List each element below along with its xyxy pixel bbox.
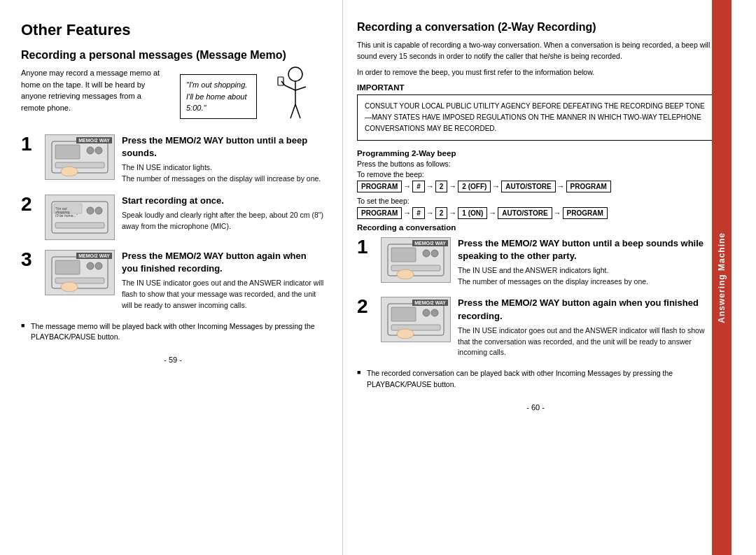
svg-rect-12	[55, 162, 104, 168]
svg-point-10	[87, 147, 94, 154]
conv-step-2-heading: Press the MEMO/2 WAY button again when y…	[458, 297, 714, 322]
side-tab-label: Answering Machine	[717, 232, 727, 323]
svg-rect-32	[391, 265, 440, 271]
rb-box-3: 2	[435, 181, 448, 192]
programming-heading: Programming 2-Way beep	[357, 149, 714, 157]
top-area: Anyone may record a message memo at home…	[21, 67, 325, 123]
conv-step-1-content: Press the MEMO/2 WAY button until a beep…	[458, 237, 714, 288]
remove-beep-sequence: PROGRAM → # → 2 → 2 (OFF) → AUTO/STORE →…	[357, 181, 714, 192]
step-2: 2 "I'm out shopping. I'll be home..." St…	[21, 195, 325, 240]
to-remove-beep: To remove the beep:	[357, 170, 714, 178]
step-2-text: Speak loudly and clearly right after the…	[122, 210, 325, 232]
right-note: The recorded conversation can be played …	[357, 368, 714, 391]
svg-line-6	[295, 104, 300, 118]
conv-step-1-heading: Press the MEMO/2 WAY button until a beep…	[458, 237, 714, 262]
rb-box-4: 2 (OFF)	[458, 181, 491, 192]
svg-point-37	[431, 309, 438, 316]
conv-step-2: 2 MEMO/2 WAY Press the MEMO/2 WAY button…	[357, 297, 714, 358]
svg-point-24	[87, 262, 94, 269]
step-1: 1 MEMO/2 WAY Press the MEMO/2 WAY button…	[21, 134, 325, 185]
conv-step-1: 1 MEMO/2 WAY Press the MEMO/2 WAY button…	[357, 237, 714, 288]
section-intro: Anyone may record a message memo at home…	[21, 67, 161, 115]
svg-rect-29	[391, 248, 416, 262]
step-3-heading: Press the MEMO/2 WAY button again when y…	[122, 250, 325, 275]
conv-step-2-text: The IN USE indicator goes out and the AN…	[458, 325, 714, 358]
svg-point-31	[431, 250, 438, 257]
sb-box-4: 1 (ON)	[458, 207, 487, 219]
side-tab: Answering Machine	[712, 0, 732, 555]
svg-point-30	[423, 250, 430, 257]
sb-box-2: #	[412, 207, 425, 219]
sb-box-5: AUTO/STORE	[498, 207, 552, 219]
svg-rect-38	[391, 325, 440, 330]
svg-rect-35	[391, 307, 416, 321]
recording-conv-heading: Recording a conversation	[357, 223, 714, 232]
svg-point-19	[87, 207, 94, 214]
step-2-heading: Start recording at once.	[122, 195, 325, 207]
svg-point-20	[95, 207, 102, 214]
important-label: IMPORTANT	[357, 83, 714, 92]
important-box: CONSULT YOUR LOCAL PUBLIC UTILITY AGENCY…	[357, 94, 714, 141]
step-1-content: Press the MEMO/2 WAY button until a beep…	[122, 134, 325, 185]
sb-box-1: PROGRAM	[357, 207, 402, 219]
svg-line-4	[295, 87, 306, 90]
conv-step-2-image: MEMO/2 WAY	[381, 297, 451, 342]
step-1-text: The IN USE indicator lights. The number …	[122, 162, 325, 185]
svg-point-39	[397, 329, 414, 339]
svg-point-13	[61, 167, 78, 176]
left-page: Other Features Recording a personal mess…	[0, 0, 343, 555]
conv-memo-label-2: MEMO/2 WAY	[412, 300, 448, 306]
svg-rect-23	[55, 260, 80, 274]
right-page-number: - 60 -	[357, 403, 714, 412]
memo-label-1: MEMO/2 WAY	[76, 137, 112, 143]
svg-text:I'll be home...": I'll be home..."	[55, 213, 78, 218]
step-1-image: MEMO/2 WAY	[45, 134, 115, 180]
svg-point-33	[397, 269, 414, 279]
step-3-image: MEMO/2 WAY	[45, 250, 115, 295]
set-beep-sequence: PROGRAM → # → 2 → 1 (ON) → AUTO/STORE → …	[357, 207, 714, 219]
right-page: Recording a conversation (2-Way Recordin…	[343, 0, 732, 555]
svg-line-2	[285, 85, 295, 90]
conv-step-1-text: The IN USE and the ANSWER indicators lig…	[458, 265, 714, 288]
step-2-number: 2	[21, 195, 38, 214]
svg-rect-21	[55, 223, 104, 228]
svg-point-36	[423, 309, 430, 316]
svg-rect-26	[55, 278, 104, 283]
conv-memo-label-1: MEMO/2 WAY	[412, 240, 448, 246]
step-3-number: 3	[21, 250, 38, 269]
person-illustration	[257, 67, 313, 123]
sb-box-6: PROGRAM	[563, 207, 608, 219]
conv-step-1-image: MEMO/2 WAY	[381, 237, 451, 283]
svg-point-0	[288, 67, 302, 81]
left-page-number: - 59 -	[21, 356, 325, 364]
svg-rect-7	[278, 77, 284, 85]
svg-point-27	[61, 282, 78, 292]
conv-step-2-number: 2	[357, 297, 374, 316]
left-note: The message memo will be played back wit…	[21, 321, 325, 344]
step-2-content: Start recording at once. Speak loudly an…	[122, 195, 325, 232]
memo-label-3: MEMO/2 WAY	[76, 253, 112, 259]
conv-step-1-number: 1	[357, 237, 374, 257]
rb-box-6: PROGRAM	[566, 181, 611, 192]
press-buttons: Press the buttons as follows:	[357, 160, 714, 168]
step-3: 3 MEMO/2 WAY Press the MEMO/2 WAY button…	[21, 250, 325, 311]
conv-step-2-content: Press the MEMO/2 WAY button again when y…	[458, 297, 714, 358]
remove-beep-note: In order to remove the beep, you must fi…	[357, 68, 714, 76]
speech-bubble: "I'm out shopping. I'll be home about 5:…	[180, 74, 257, 119]
rb-box-5: AUTO/STORE	[501, 181, 555, 192]
left-section-title: Recording a personal messages (Message M…	[21, 49, 325, 62]
step-2-image: "I'm out shopping. I'll be home..."	[45, 195, 115, 240]
rb-box-2: #	[412, 181, 425, 192]
speech-bubble-area: "I'm out shopping. I'll be home about 5:…	[168, 67, 325, 123]
step-3-content: Press the MEMO/2 WAY button again when y…	[122, 250, 325, 311]
step-3-text: The IN USE indicator goes out and the AN…	[122, 278, 325, 311]
right-intro: This unit is capable of recording a two-…	[357, 39, 714, 62]
svg-point-25	[95, 262, 102, 269]
svg-point-11	[95, 147, 102, 154]
svg-line-5	[290, 104, 295, 118]
rb-box-1: PROGRAM	[357, 181, 402, 192]
svg-rect-9	[55, 145, 80, 159]
to-set-beep: To set the beep:	[357, 197, 714, 205]
sb-box-3: 2	[435, 207, 448, 219]
step-1-number: 1	[21, 134, 38, 154]
